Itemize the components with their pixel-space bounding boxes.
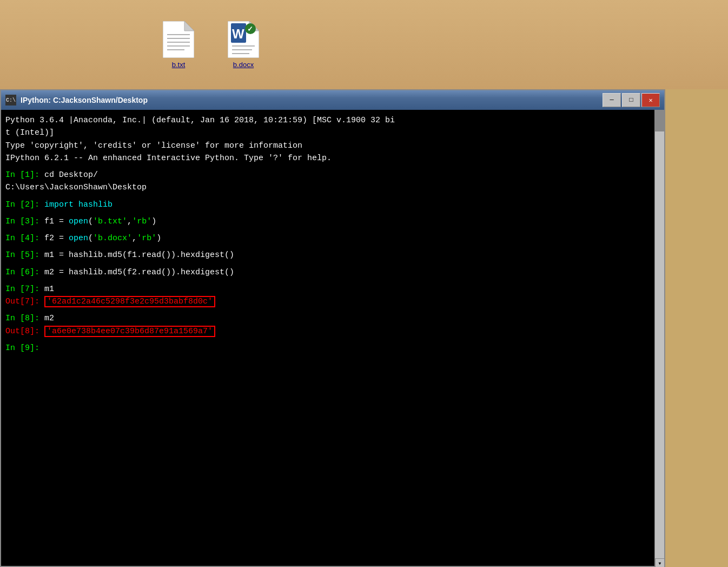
startup-line-2: t (Intel)] — [5, 127, 651, 139]
terminal-title: IPython: C:JacksonShawn/Desktop — [21, 96, 603, 104]
svg-text:W: W — [232, 27, 244, 41]
scrollbar-down-arrow[interactable]: ▼ — [655, 558, 665, 567]
blank-5 — [5, 245, 651, 249]
svg-text:✓: ✓ — [247, 25, 253, 33]
desktop-icon-bdocx[interactable]: W ✓ b.docx — [222, 21, 265, 69]
btxt-icon-image — [162, 21, 195, 58]
blank-7 — [5, 279, 651, 283]
svg-marker-1 — [184, 21, 194, 31]
blank-8 — [5, 308, 651, 312]
btxt-label: b.txt — [172, 61, 186, 69]
cmd-in-6: In [6]: m2 = hashlib.md5(f2.read()).hexd… — [5, 266, 651, 279]
terminal-content[interactable]: Python 3.6.4 |Anaconda, Inc.| (default, … — [1, 110, 664, 566]
titlebar-buttons: ─ □ ✕ — [603, 93, 660, 107]
bdocx-label: b.docx — [233, 61, 254, 69]
output-8-value: 'a6e0e738b4ee07c39b6d87e91a1569a7' — [44, 326, 215, 337]
terminal-title-icon: C:\ — [5, 95, 16, 106]
terminal-titlebar: C:\ IPython: C:JacksonShawn/Desktop ─ □ … — [1, 90, 664, 110]
cmd-in-5: In [5]: m1 = hashlib.md5(f1.read()).hexd… — [5, 249, 651, 261]
blank-6 — [5, 262, 651, 266]
cmd-out-1: C:\Users\JacksonShawn\Desktop — [5, 181, 651, 194]
cmd-in-2: In [2]: import hashlib — [5, 199, 651, 211]
bdocx-icon-image: W ✓ — [227, 21, 260, 58]
startup-line-4: IPython 6.2.1 -- An enhanced Interactive… — [5, 152, 651, 164]
restore-button[interactable]: □ — [622, 93, 640, 107]
startup-line-3: Type 'copyright', 'credits' or 'license'… — [5, 140, 651, 152]
desktop-icon-btxt[interactable]: b.txt — [157, 21, 200, 69]
cmd-in-9: In [9]: — [5, 342, 651, 354]
cmd-in-8: In [8]: m2 — [5, 312, 651, 325]
blank-4 — [5, 228, 651, 232]
output-7-value: '62ad1c2a46c5298f3e2c95d3babf8d0c' — [44, 296, 215, 307]
blank-3 — [5, 211, 651, 215]
cmd-out-8: Out[8]: 'a6e0e738b4ee07c39b6d87e91a1569a… — [5, 325, 651, 338]
cmd-in-1: In [1]: cd Desktop/ — [5, 169, 651, 181]
terminal-scrollbar[interactable]: ▲ ▼ — [654, 110, 664, 567]
close-button[interactable]: ✕ — [641, 93, 660, 107]
terminal-window: C:\ IPython: C:JacksonShawn/Desktop ─ □ … — [0, 89, 665, 567]
cmd-in-7: In [7]: m1 — [5, 283, 651, 295]
cmd-in-3: In [3]: f1 = open('b.txt','rb') — [5, 215, 651, 228]
cmd-out-7: Out[7]: '62ad1c2a46c5298f3e2c95d3babf8d0… — [5, 295, 651, 308]
startup-line-1: Python 3.6.4 |Anaconda, Inc.| (default, … — [5, 114, 651, 127]
minimize-button[interactable]: ─ — [603, 93, 621, 107]
blank-1 — [5, 164, 651, 169]
scrollbar-thumb[interactable] — [654, 110, 664, 131]
desktop: b.txt W ✓ b.docx — [0, 0, 728, 89]
blank-9 — [5, 338, 651, 342]
blank-2 — [5, 194, 651, 199]
cmd-in-4: In [4]: f2 = open('b.docx','rb') — [5, 232, 651, 245]
